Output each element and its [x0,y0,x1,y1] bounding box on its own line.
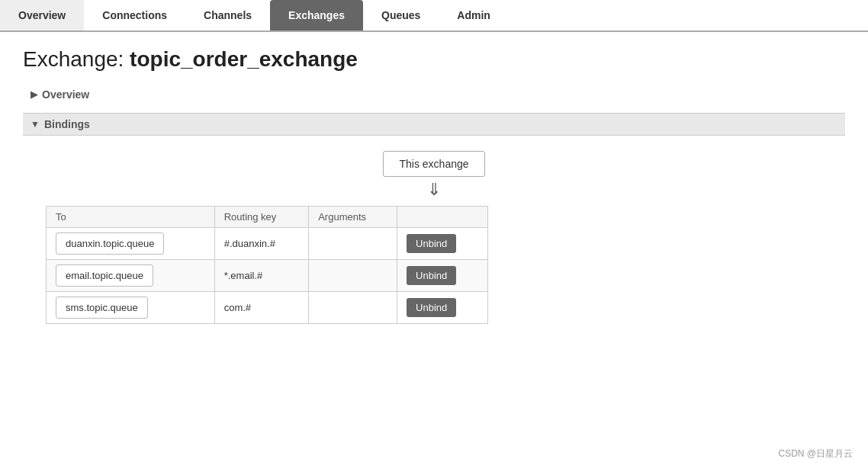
this-exchange-box: This exchange [383,151,484,177]
cell-arguments [309,228,397,260]
col-header-action [397,207,488,228]
cell-action: Unbind [397,260,488,292]
page-title: Exchange: topic_order_exchange [23,47,845,72]
exchange-name: topic_order_exchange [130,47,358,71]
unbind-button[interactable]: Unbind [407,266,456,285]
nav-item-channels[interactable]: Channels [185,0,270,30]
arrow-down-icon: ⇓ [427,181,441,198]
overview-section-header[interactable]: ▶ Overview [23,84,845,105]
cell-to: sms.topic.queue [47,292,215,324]
bindings-table: To Routing key Arguments duanxin.topic.q… [46,206,488,324]
cell-routing-key: com.# [214,292,308,324]
nav-item-admin[interactable]: Admin [439,0,509,30]
page-title-prefix: Exchange: [23,47,130,71]
bindings-section-label: Bindings [44,118,90,130]
queue-name: duanxin.topic.queue [56,232,164,255]
bindings-body: This exchange ⇓ To Routing key Arguments [23,139,845,332]
table-row: sms.topic.queuecom.#Unbind [47,292,488,324]
this-exchange-wrapper: This exchange ⇓ [23,151,845,198]
unbind-button[interactable]: Unbind [407,234,456,253]
bindings-table-wrapper: To Routing key Arguments duanxin.topic.q… [46,206,845,324]
bindings-section-header[interactable]: ▼ Bindings [23,113,845,136]
nav-bar: Overview Connections Channels Exchanges … [0,0,868,32]
cell-action: Unbind [397,292,488,324]
cell-to: duanxin.topic.queue [47,228,215,260]
col-header-arguments: Arguments [309,207,397,228]
col-header-to: To [47,207,215,228]
unbind-button[interactable]: Unbind [407,298,456,317]
table-row: duanxin.topic.queue#.duanxin.#Unbind [47,228,488,260]
chevron-right-icon: ▶ [31,89,37,100]
overview-section-label: Overview [42,88,89,101]
cell-arguments [309,260,397,292]
cell-action: Unbind [397,228,488,260]
page-content: Exchange: topic_order_exchange ▶ Overvie… [0,32,868,347]
chevron-down-icon: ▼ [31,119,40,130]
nav-item-queues[interactable]: Queues [363,0,439,30]
cell-routing-key: *.email.# [214,260,308,292]
nav-item-exchanges[interactable]: Exchanges [270,0,363,30]
col-header-routing-key: Routing key [214,207,308,228]
bindings-section: ▼ Bindings This exchange ⇓ To Routing ke… [23,113,845,332]
nav-item-overview[interactable]: Overview [0,0,84,30]
cell-arguments [309,292,397,324]
queue-name: sms.topic.queue [56,297,148,319]
cell-to: email.topic.queue [47,260,215,292]
nav-item-connections[interactable]: Connections [84,0,185,30]
table-row: email.topic.queue*.email.#Unbind [47,260,488,292]
cell-routing-key: #.duanxin.# [214,228,308,260]
queue-name: email.topic.queue [56,264,153,287]
